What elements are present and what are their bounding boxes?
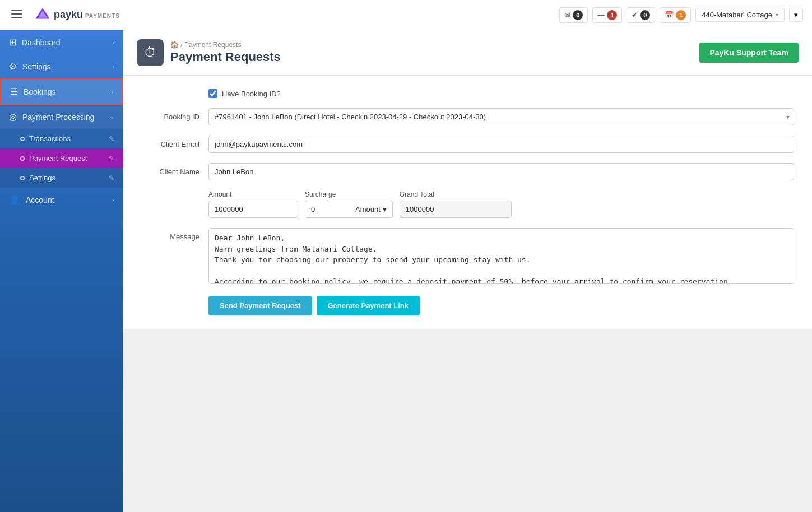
- breadcrumb-home-icon: 🏠: [170, 41, 179, 49]
- sidebar-subitem-settings[interactable]: Settings ✎: [0, 168, 123, 188]
- top-nav-left: payku PAYMENTS: [9, 6, 120, 24]
- sidebar-subitem-transactions[interactable]: Transactions ✎: [0, 129, 123, 148]
- payment-requests-icon: ⏱: [144, 45, 156, 60]
- client-email-input[interactable]: [208, 136, 794, 153]
- have-booking-id-row: Have Booking ID?: [141, 89, 794, 98]
- sidebar-item-payment-processing[interactable]: ◎ Payment Processing ⌄: [0, 105, 123, 129]
- logo-payments: PAYMENTS: [85, 13, 120, 19]
- chevron-down-icon: ⌄: [109, 113, 114, 120]
- sidebar-item-bookings[interactable]: ☰ Bookings ›: [0, 78, 123, 105]
- message-row: Message Dear John LeBon, Warm greetings …: [141, 228, 794, 286]
- circle-dot-icon: [20, 137, 25, 141]
- sidebar-item-label: Account: [26, 196, 54, 204]
- client-email-label: Client Email: [141, 136, 208, 148]
- minus-icon: —: [597, 11, 605, 19]
- envelope-icon: ✉: [564, 11, 570, 19]
- surcharge-group: Surcharge Amount ▾: [305, 190, 393, 218]
- sidebar-item-label: Settings: [22, 62, 51, 71]
- sidebar-item-label: Dashboard: [22, 38, 61, 47]
- sidebar-item-label: Payment Processing: [22, 113, 94, 122]
- account-icon: 👤: [9, 194, 20, 205]
- property-dropdown-arrow: ▾: [776, 12, 778, 18]
- surcharge-type-selector[interactable]: Amount ▾: [350, 201, 393, 218]
- sidebar-item-account[interactable]: 👤 Account ›: [0, 188, 123, 212]
- external-link-icon: ✎: [109, 155, 114, 162]
- notifications-badge: 0: [573, 10, 583, 20]
- main-content: ⏱ 🏠 / Payment Requests Payment Requests …: [123, 30, 812, 512]
- layout: ⊞ Dashboard › ⚙ Settings › ☰ Bookings ›: [0, 30, 812, 512]
- message-label: Message: [141, 228, 208, 241]
- calendar-badge: 1: [676, 10, 686, 20]
- page-header-left: ⏱ 🏠 / Payment Requests Payment Requests: [137, 39, 281, 66]
- amount-group: Amount: [208, 190, 298, 218]
- surcharge-input[interactable]: [305, 201, 350, 218]
- top-nav: payku PAYMENTS ✉ 0 — 1 ✔ 0 📅 1 440-Matah…: [0, 0, 812, 30]
- grand-total-input: [400, 201, 512, 218]
- page-header: ⏱ 🏠 / Payment Requests Payment Requests …: [123, 30, 812, 76]
- booking-id-select[interactable]: #7961401 - John LeBon (Direct Hotel - Ch…: [208, 108, 794, 125]
- form-area: Have Booking ID? Booking ID #7961401 - J…: [123, 76, 812, 329]
- svg-rect-2: [11, 17, 22, 18]
- circle-dot-icon: [20, 156, 25, 161]
- page-title: Payment Requests: [170, 50, 281, 64]
- amount-input[interactable]: [208, 201, 298, 218]
- have-booking-id-checkbox[interactable]: [208, 89, 217, 98]
- submenu-item-label: Transactions: [29, 134, 71, 143]
- chevron-right-icon: ›: [111, 89, 113, 95]
- check-icon: ✔: [632, 11, 638, 19]
- sidebar-item-settings[interactable]: ⚙ Settings ›: [0, 54, 123, 78]
- button-row: Send Payment Request Generate Payment Li…: [141, 296, 794, 315]
- bookings-icon: ☰: [10, 86, 18, 97]
- top-nav-right: ✉ 0 — 1 ✔ 0 📅 1 440-Matahari Cottage ▾ ▾: [559, 7, 803, 23]
- support-button[interactable]: PayKu Support Team: [699, 43, 799, 63]
- external-link-icon: ✎: [109, 135, 114, 143]
- circle-dot-icon: [20, 176, 25, 180]
- client-name-input[interactable]: [208, 163, 794, 180]
- booking-id-row: Booking ID #7961401 - John LeBon (Direct…: [141, 108, 794, 125]
- sidebar-item-dashboard[interactable]: ⊞ Dashboard ›: [0, 30, 123, 54]
- logo-text: payku: [54, 9, 83, 20]
- minus-badge: 1: [607, 10, 617, 20]
- sidebar-item-label: Bookings: [24, 87, 56, 96]
- booking-id-label: Booking ID: [141, 108, 208, 121]
- submenu-item-label: Settings: [29, 174, 55, 182]
- svg-rect-0: [11, 10, 22, 11]
- message-textarea[interactable]: Dear John LeBon, Warm greetings from Mat…: [208, 228, 794, 284]
- property-name: 440-Matahari Cottage: [702, 11, 772, 19]
- minus-button[interactable]: — 1: [592, 7, 622, 23]
- sidebar-subitem-payment-request[interactable]: Payment Request ✎: [0, 148, 123, 168]
- client-name-row: Client Name: [141, 163, 794, 180]
- have-booking-id-label: Have Booking ID?: [222, 90, 281, 98]
- generate-payment-link-button[interactable]: Generate Payment Link: [317, 296, 420, 315]
- svg-rect-1: [11, 13, 22, 15]
- logo: payku PAYMENTS: [34, 6, 120, 24]
- client-name-label: Client Name: [141, 163, 208, 176]
- property-selector[interactable]: 440-Matahari Cottage ▾: [695, 8, 785, 22]
- caret-button[interactable]: ▾: [789, 8, 803, 22]
- settings-icon: ⚙: [9, 61, 17, 72]
- submenu-item-label: Payment Request: [29, 154, 87, 162]
- calendar-button[interactable]: 📅 1: [660, 7, 691, 23]
- breadcrumb-sep: /: [180, 41, 184, 49]
- amount-spacer-label: [141, 190, 208, 195]
- client-email-row: Client Email: [141, 136, 794, 153]
- dashboard-icon: ⊞: [9, 37, 16, 48]
- hamburger-button[interactable]: [9, 6, 25, 24]
- page-icon-box: ⏱: [137, 39, 164, 66]
- check-button[interactable]: ✔ 0: [627, 7, 655, 23]
- surcharge-label: Surcharge: [305, 190, 393, 198]
- calendar-icon: 📅: [665, 11, 674, 19]
- amount-label: Amount: [208, 190, 298, 198]
- surcharge-type-label: Amount: [355, 205, 381, 213]
- notifications-button[interactable]: ✉ 0: [559, 7, 588, 23]
- external-link-icon: ✎: [109, 174, 114, 182]
- payment-processing-icon: ◎: [9, 111, 17, 122]
- grand-total-group: Grand Total: [400, 190, 512, 218]
- chevron-right-icon: ›: [112, 39, 114, 46]
- caret-down-icon: ▾: [794, 11, 798, 19]
- send-payment-request-button[interactable]: Send Payment Request: [208, 296, 312, 315]
- check-badge: 0: [640, 10, 650, 20]
- chevron-right-icon: ›: [112, 63, 114, 70]
- chevron-right-icon: ›: [112, 197, 114, 203]
- grand-total-label: Grand Total: [400, 190, 512, 198]
